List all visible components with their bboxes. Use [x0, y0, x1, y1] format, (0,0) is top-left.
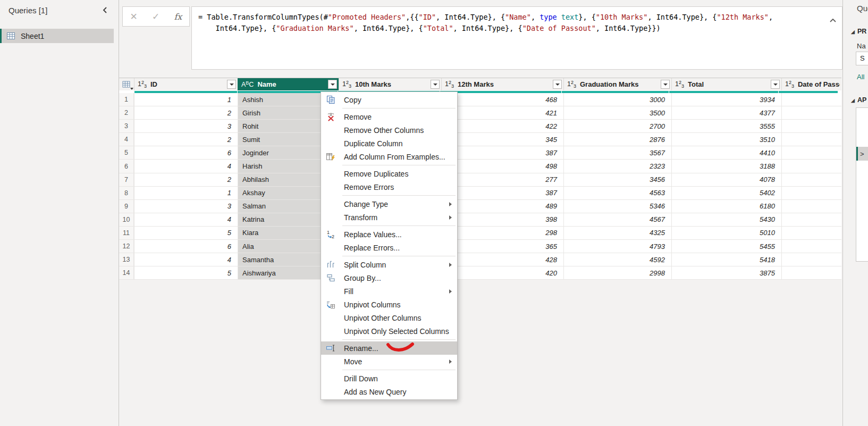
column-filter-dropdown[interactable] [328, 80, 337, 89]
applied-step-item[interactable]: > [856, 147, 868, 161]
cell-id[interactable]: 4 [134, 253, 238, 266]
cell-date[interactable] [781, 106, 841, 119]
row-number[interactable]: 12 [119, 240, 134, 253]
cell-date[interactable] [781, 213, 841, 226]
applied-steps-section-header[interactable]: ◢AP [851, 96, 866, 104]
cell-total[interactable]: 3510 [671, 133, 781, 146]
menu-item-add-column-from-examples[interactable]: Add Column From Examples... [321, 150, 457, 163]
cell-m12[interactable]: 277 [441, 173, 563, 186]
cell-date[interactable] [781, 240, 841, 253]
menu-item-duplicate-column[interactable]: Duplicate Column [321, 137, 457, 150]
cell-date[interactable] [781, 227, 841, 239]
cell-id[interactable]: 5 [134, 266, 238, 279]
cell-date[interactable] [781, 187, 841, 199]
cell-m12[interactable]: 422 [441, 120, 563, 132]
cell-id[interactable]: 3 [134, 200, 238, 213]
menu-item-drill-down[interactable]: Drill Down [321, 372, 457, 385]
menu-item-transform[interactable]: Transform [321, 211, 457, 224]
row-number[interactable]: 3 [119, 120, 134, 132]
cell-date[interactable] [781, 173, 841, 186]
cell-m12[interactable]: 489 [441, 200, 563, 213]
cell-grad[interactable]: 2323 [563, 160, 671, 172]
menu-item-unpivot-columns[interactable]: Unpivot Columns [321, 298, 457, 311]
cell-total[interactable]: 4410 [671, 146, 781, 159]
cell-m12[interactable]: 428 [441, 253, 563, 266]
menu-item-remove-other-columns[interactable]: Remove Other Columns [321, 123, 457, 137]
menu-item-split-column[interactable]: Split Column [321, 258, 457, 271]
row-number[interactable]: 5 [119, 146, 134, 159]
cell-m12[interactable]: 398 [441, 213, 563, 226]
cell-id[interactable]: 5 [134, 227, 238, 239]
column-filter-dropdown[interactable] [661, 80, 670, 89]
cell-grad[interactable]: 3456 [563, 173, 671, 186]
cell-grad[interactable]: 5346 [563, 200, 671, 213]
cell-grad[interactable]: 3500 [563, 106, 671, 119]
cell-id[interactable]: 6 [134, 146, 238, 159]
row-number[interactable]: 13 [119, 253, 134, 266]
menu-item-replace-errors[interactable]: Replace Errors... [321, 241, 457, 254]
column-header-graduation-marks[interactable]: 123Graduation Marks [563, 78, 671, 90]
cell-m12[interactable]: 298 [441, 227, 563, 239]
cell-total[interactable]: 5010 [671, 227, 781, 239]
menu-item-change-type[interactable]: Change Type [321, 197, 457, 211]
formula-commit-icon[interactable]: ✓ [152, 11, 159, 22]
cell-grad[interactable]: 3567 [563, 146, 671, 159]
column-header-date-of-passout[interactable]: 123Date of Passout [781, 78, 841, 90]
column-header-total[interactable]: 123Total [671, 78, 781, 90]
column-header-name[interactable]: ABCName [238, 78, 339, 90]
row-number[interactable]: 9 [119, 200, 134, 213]
cell-total[interactable]: 4377 [671, 106, 781, 119]
menu-item-remove[interactable]: Remove [321, 110, 457, 123]
row-number[interactable]: 4 [119, 133, 134, 146]
row-number[interactable]: 10 [119, 213, 134, 226]
column-header-12th-marks[interactable]: 12312th Marks [441, 78, 563, 90]
cell-grad[interactable]: 4563 [563, 187, 671, 199]
formula-cancel-icon[interactable]: ✕ [130, 11, 138, 22]
row-number[interactable]: 1 [119, 93, 134, 106]
row-number[interactable]: 11 [119, 227, 134, 239]
cell-id[interactable]: 4 [134, 213, 238, 226]
cell-total[interactable]: 3875 [671, 266, 781, 279]
formula-collapse-icon[interactable] [829, 15, 837, 21]
cell-grad[interactable]: 4567 [563, 213, 671, 226]
menu-item-fill[interactable]: Fill [321, 285, 457, 298]
menu-item-unpivot-only-selected-columns[interactable]: Unpivot Only Selected Columns [321, 324, 457, 338]
column-header-id[interactable]: 123ID [134, 78, 238, 90]
menu-item-remove-duplicates[interactable]: Remove Duplicates [321, 167, 457, 180]
all-properties-link[interactable]: All [857, 73, 864, 81]
cell-date[interactable] [781, 133, 841, 146]
query-name-input[interactable]: S [856, 52, 868, 65]
formula-fx-icon[interactable]: fx [174, 12, 182, 22]
cell-m12[interactable]: 498 [441, 160, 563, 172]
column-filter-dropdown[interactable] [553, 80, 562, 89]
cell-m12[interactable]: 365 [441, 240, 563, 253]
cell-total[interactable]: 6180 [671, 200, 781, 213]
row-number[interactable]: 7 [119, 173, 134, 186]
column-header-10th-marks[interactable]: 12310th Marks [339, 78, 441, 90]
cell-id[interactable]: 1 [134, 187, 238, 199]
cell-id[interactable]: 4 [134, 160, 238, 172]
cell-total[interactable]: 3555 [671, 120, 781, 132]
cell-date[interactable] [781, 266, 841, 279]
cell-grad[interactable]: 3000 [563, 93, 671, 106]
cell-total[interactable]: 5418 [671, 253, 781, 266]
formula-input[interactable]: = Table.TransformColumnTypes(#"Promoted … [191, 6, 842, 70]
cell-id[interactable]: 6 [134, 240, 238, 253]
menu-item-unpivot-other-columns[interactable]: Unpivot Other Columns [321, 311, 457, 324]
menu-item-add-as-new-query[interactable]: Add as New Query [321, 385, 457, 398]
row-number[interactable]: 14 [119, 266, 134, 279]
cell-date[interactable] [781, 93, 841, 106]
row-number[interactable]: 6 [119, 160, 134, 172]
cell-m12[interactable]: 345 [441, 133, 563, 146]
cell-m12[interactable]: 420 [441, 266, 563, 279]
cell-total[interactable]: 5430 [671, 213, 781, 226]
cell-total[interactable]: 5455 [671, 240, 781, 253]
select-all-button[interactable] [119, 78, 134, 90]
query-item-sheet1[interactable]: Sheet1 [0, 29, 114, 43]
row-number[interactable]: 8 [119, 187, 134, 199]
cell-id[interactable]: 1 [134, 93, 238, 106]
cell-m12[interactable]: 468 [441, 93, 563, 106]
cell-grad[interactable]: 4325 [563, 227, 671, 239]
cell-grad[interactable]: 2876 [563, 133, 671, 146]
row-number[interactable]: 2 [119, 106, 134, 119]
